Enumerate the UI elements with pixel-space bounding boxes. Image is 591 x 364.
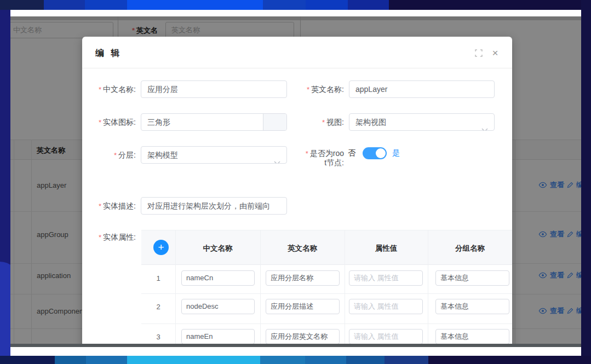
attr-en-input[interactable]: 应用分层英文名称 bbox=[266, 329, 340, 344]
wallpaper-shape bbox=[85, 0, 127, 10]
window-chrome-bottom bbox=[10, 347, 581, 356]
divider bbox=[141, 293, 512, 294]
required-asterisk: * bbox=[99, 233, 101, 241]
wallpaper-shape bbox=[346, 356, 385, 364]
attribute-table: + 中文名称 英文名称 属性值 分组名称 1 nameCn 应用分层名称 请输入… bbox=[141, 230, 512, 344]
wallpaper-shape bbox=[55, 356, 86, 364]
attr-cn-input[interactable]: nameCn bbox=[181, 270, 255, 286]
required-asterisk: * bbox=[99, 202, 101, 210]
wallpaper-shape bbox=[389, 0, 591, 10]
view-label: *视图: bbox=[246, 118, 344, 128]
required-asterisk: * bbox=[322, 118, 325, 126]
layer-label: *分层: bbox=[82, 151, 136, 160]
close-icon: × bbox=[492, 48, 498, 58]
attr-row-index: 2 bbox=[141, 303, 175, 311]
required-asterisk: * bbox=[306, 149, 308, 158]
close-button[interactable]: × bbox=[490, 48, 500, 58]
toggle-off-text: 否 bbox=[348, 148, 355, 158]
expand-icon bbox=[475, 49, 483, 57]
is-root-label: *是否为root节点: bbox=[246, 149, 344, 167]
entity-attrs-label: *实体属性: bbox=[82, 233, 136, 242]
en-name-input[interactable]: appLayer bbox=[349, 80, 495, 98]
attr-group-input[interactable]: 基本信息 bbox=[435, 270, 509, 286]
attr-cn-input[interactable]: nameEn bbox=[181, 329, 255, 344]
wallpaper-shape bbox=[385, 356, 428, 364]
browser-viewport: 中文名称 *英文名 英文名称 英文名称 appLayer appGroup ap… bbox=[10, 16, 581, 344]
app-window: 中文名称 *英文名 英文名称 英文名称 appLayer appGroup ap… bbox=[10, 10, 581, 356]
wallpaper-shape bbox=[260, 356, 305, 364]
required-asterisk: * bbox=[99, 85, 101, 94]
required-asterisk: * bbox=[307, 85, 309, 94]
attr-col-header: 中文名称 bbox=[175, 244, 260, 253]
wallpaper-shape bbox=[127, 0, 263, 10]
wallpaper-shape bbox=[0, 356, 55, 364]
en-name-label: *英文名称: bbox=[246, 85, 344, 95]
wallpaper-right-strip bbox=[581, 0, 591, 364]
attr-en-input[interactable]: 应用分层名称 bbox=[266, 270, 340, 286]
wallpaper-shape bbox=[263, 0, 306, 10]
window-chrome-top bbox=[10, 10, 581, 16]
dialog-header bbox=[82, 37, 512, 68]
required-asterisk: * bbox=[114, 151, 117, 159]
attr-col-header: 属性值 bbox=[345, 244, 428, 253]
attr-row-index: 1 bbox=[141, 274, 175, 282]
required-asterisk: * bbox=[99, 118, 101, 126]
wallpaper-shape bbox=[127, 356, 260, 364]
attr-col-header: 分组名称 bbox=[428, 244, 512, 253]
attr-group-input[interactable]: 基本信息 bbox=[435, 299, 509, 314]
attr-en-input[interactable]: 应用分层描述 bbox=[266, 299, 340, 314]
attr-value-input[interactable]: 请输入 属性值 bbox=[349, 299, 423, 314]
wallpaper-shape bbox=[305, 356, 346, 364]
wallpaper-shape bbox=[306, 0, 348, 10]
attr-group-input[interactable]: 基本信息 bbox=[435, 329, 509, 344]
wallpaper-shape bbox=[348, 0, 389, 10]
wallpaper-shape bbox=[86, 356, 127, 364]
toggle-knob bbox=[376, 148, 386, 158]
attr-cn-input[interactable]: nodeDesc bbox=[181, 299, 255, 314]
cn-name-label: *中文名称: bbox=[82, 85, 136, 95]
is-root-toggle[interactable] bbox=[363, 147, 387, 159]
wallpaper-shape bbox=[44, 0, 85, 10]
attr-value-input[interactable]: 请输入 属性值 bbox=[349, 329, 423, 344]
wallpaper-shape bbox=[428, 356, 591, 364]
attr-value-input[interactable]: 请输入 属性值 bbox=[349, 270, 423, 286]
entity-desc-label: *实体描述: bbox=[82, 201, 136, 211]
divider bbox=[141, 323, 512, 324]
entity-icon-label: *实体图标: bbox=[82, 118, 136, 128]
entity-desc-input[interactable]: 对应用进行架构层次划分，由前端向 bbox=[141, 197, 287, 215]
add-attribute-button[interactable]: + bbox=[153, 240, 169, 255]
toggle-on-text: 是 bbox=[392, 148, 400, 158]
wallpaper-shape bbox=[0, 0, 44, 10]
dialog-title: 编 辑 bbox=[95, 48, 122, 59]
fullscreen-button[interactable] bbox=[474, 48, 484, 58]
chevron-down-icon bbox=[481, 121, 488, 131]
attr-row-index: 3 bbox=[141, 333, 175, 341]
edit-dialog: 编 辑 × *中文名称: 应用分层 *英文名称: appLayer *实体图标:… bbox=[82, 37, 512, 344]
attr-col-header: 英文名称 bbox=[260, 244, 345, 253]
view-select[interactable]: 架构视图 bbox=[349, 113, 495, 131]
